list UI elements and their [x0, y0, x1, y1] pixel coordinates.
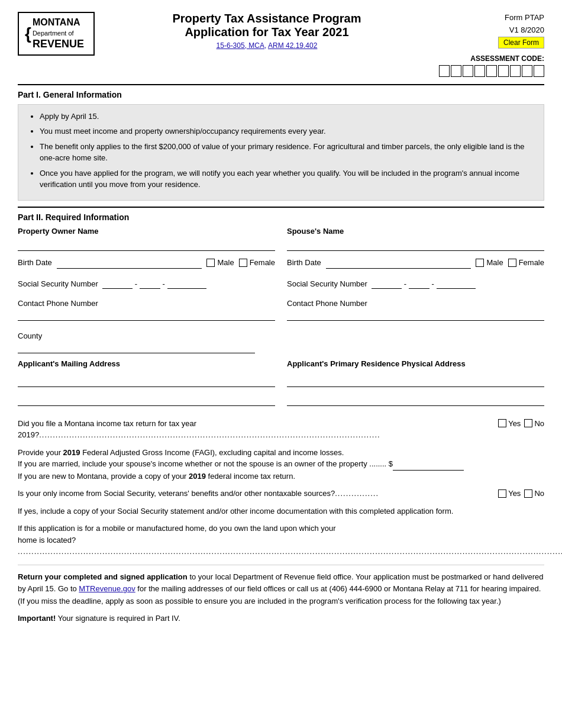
- owner-name-col: Property Owner Name: [18, 227, 275, 257]
- owner-ssn-field: Social Security Number - -: [18, 279, 275, 288]
- title-line2: Application for Tax Year 2021: [185, 25, 348, 38]
- spouse-name-label: Spouse's Name: [287, 227, 544, 236]
- owner-female-checkbox[interactable]: Female: [239, 258, 275, 267]
- spouse-female-label: Female: [519, 258, 544, 267]
- part2-section: Part II. Required Information Property O…: [18, 207, 544, 558]
- question2-yes[interactable]: Yes: [498, 488, 521, 500]
- spouse-phone-col: Contact Phone Number: [287, 299, 544, 327]
- question3-row: If this application is for a mobile or m…: [18, 523, 544, 558]
- question2-yes-no: Yes No: [498, 488, 544, 500]
- mtrevenue-link[interactable]: MTRevenue.gov: [79, 584, 135, 593]
- header: { MONTANA Department of REVENUE Property…: [18, 12, 544, 77]
- title-line1: Property Tax Assistance Program: [172, 12, 361, 25]
- owner-phone-col: Contact Phone Number: [18, 299, 275, 327]
- ssn-row: Social Security Number - - Social Securi…: [18, 279, 544, 294]
- assessment-box-1[interactable]: [439, 65, 450, 77]
- logo-revenue: REVENUE: [33, 37, 84, 51]
- owner-ssn-input[interactable]: [102, 279, 133, 289]
- owner-female-box[interactable]: [239, 259, 247, 267]
- assessment-box-9[interactable]: [534, 65, 544, 77]
- assessment-box-8[interactable]: [522, 65, 532, 77]
- mailing-address-line2[interactable]: [18, 393, 275, 406]
- county-label: County: [18, 331, 42, 340]
- owner-name-label: Property Owner Name: [18, 227, 275, 236]
- physical-address-label: Applicant's Primary Residence Physical A…: [287, 359, 544, 368]
- assessment-box-3[interactable]: [463, 65, 473, 77]
- owner-male-box[interactable]: [206, 259, 215, 267]
- clear-form-button[interactable]: Clear Form: [498, 37, 544, 49]
- assessment-code-label: ASSESSMENT CODE:: [439, 54, 544, 63]
- birthdate-row: Birth Date Male Female Birth Date Male F…: [18, 257, 544, 275]
- bullet-1: Apply by April 15.: [40, 111, 534, 123]
- owner-birthdate-row: Birth Date Male Female: [18, 257, 275, 269]
- question3-text: If this application is for a mobile or m…: [18, 523, 562, 558]
- q2-no-box[interactable]: [524, 489, 532, 498]
- part1-section: Part I. General Information Apply by Apr…: [18, 84, 544, 201]
- county-input[interactable]: [18, 340, 255, 353]
- spouse-female-checkbox[interactable]: Female: [508, 258, 544, 267]
- owner-name-input[interactable]: [18, 238, 275, 251]
- q1-yes-box[interactable]: [498, 419, 506, 427]
- spouse-ssn-last[interactable]: [437, 279, 476, 289]
- part1-bullets: Apply by April 15. You must meet income …: [28, 111, 534, 191]
- spouse-ssn-field: Social Security Number - -: [287, 279, 544, 288]
- question1-text: Did you file a Montana income tax return…: [18, 418, 495, 441]
- link-arm[interactable]: ARM 42.19.402: [268, 41, 317, 50]
- assessment-box-5[interactable]: [486, 65, 497, 77]
- owner-female-label: Female: [250, 258, 275, 267]
- title-block: Property Tax Assistance Program Applicat…: [95, 12, 439, 50]
- mailing-address-line1[interactable]: [18, 374, 275, 387]
- physical-address-col: Applicant's Primary Residence Physical A…: [287, 359, 544, 371]
- owner-phone-input[interactable]: [18, 308, 275, 321]
- fagi-row: Provide your 2019 Federal Adjusted Gross…: [18, 447, 544, 482]
- assessment-box-6[interactable]: [498, 65, 509, 77]
- q2-no-label: No: [534, 488, 544, 500]
- question2-sub: If yes, include a copy of your Social Se…: [18, 505, 544, 517]
- spouse-phone-input[interactable]: [287, 308, 544, 321]
- q2-yes-box[interactable]: [498, 489, 506, 498]
- footer-important: Important! Your signature is required in…: [18, 613, 544, 625]
- owner-ssn-last[interactable]: [167, 279, 207, 289]
- q1-no-box[interactable]: [524, 419, 532, 427]
- footer-return-text: Return your completed and signed applica…: [18, 571, 544, 608]
- address-fields-row: [18, 374, 544, 412]
- footer-section: Return your completed and signed applica…: [18, 565, 544, 625]
- bullet-2: You must meet income and property owners…: [40, 125, 534, 137]
- spouse-birthdate-input[interactable]: [326, 257, 471, 269]
- spouse-ssn-mid[interactable]: [409, 279, 429, 289]
- question2-no[interactable]: No: [524, 488, 544, 500]
- question1-no[interactable]: No: [524, 418, 544, 430]
- owner-phone-label: Contact Phone Number: [18, 299, 98, 308]
- question2-block: Is your only income from Social Security…: [18, 488, 544, 517]
- form-info-block: Form PTAP V1 8/2020 Clear Form ASSESSMEN…: [439, 12, 544, 77]
- physical-address-line2[interactable]: [287, 393, 544, 406]
- owner-male-checkbox[interactable]: Male: [206, 258, 234, 267]
- part1-info-box: Apply by April 15. You must meet income …: [18, 104, 544, 201]
- spouse-male-box[interactable]: [476, 259, 484, 267]
- spouse-name-input[interactable]: [287, 238, 544, 251]
- physical-address-fields: [287, 374, 544, 412]
- assessment-box-7[interactable]: [510, 65, 521, 77]
- owner-birthdate-label: Birth Date: [18, 258, 52, 267]
- owner-birthdate-input[interactable]: [57, 257, 202, 269]
- owner-ssn-mid[interactable]: [140, 279, 160, 289]
- assessment-box-2[interactable]: [451, 65, 461, 77]
- question2-row: Is your only income from Social Security…: [18, 488, 544, 500]
- spouse-female-box[interactable]: [508, 259, 516, 267]
- link-mca[interactable]: 15-6-305, MCA: [217, 41, 264, 50]
- bullet-3: The benefit only applies to the first $2…: [40, 141, 534, 164]
- logo-montana: MONTANA: [33, 17, 84, 29]
- assessment-box-4[interactable]: [474, 65, 485, 77]
- owner-male-label: Male: [217, 258, 234, 267]
- physical-address-line1[interactable]: [287, 374, 544, 387]
- spouse-ssn-input[interactable]: [372, 279, 402, 289]
- form-version: V1 8/2020: [439, 24, 544, 37]
- part1-title: Part I. General Information: [18, 90, 544, 99]
- spouse-male-checkbox[interactable]: Male: [476, 258, 503, 267]
- bullet-4: Once you have applied for the program, w…: [40, 167, 534, 191]
- q2-yes-label: Yes: [508, 488, 521, 500]
- q1-yes-label: Yes: [508, 418, 521, 430]
- spouse-name-col: Spouse's Name: [287, 227, 544, 257]
- owner-ssn-label: Social Security Number: [18, 279, 98, 288]
- question1-yes[interactable]: Yes: [498, 418, 521, 430]
